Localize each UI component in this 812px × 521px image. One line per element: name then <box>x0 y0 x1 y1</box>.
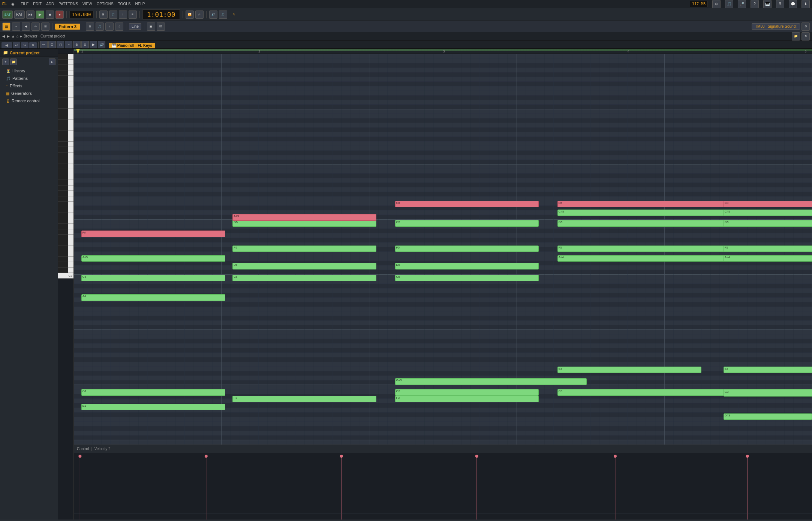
pattern-sel-btn[interactable]: ⊡ <box>41 22 49 31</box>
piano-key-F#4[interactable] <box>58 202 68 207</box>
swing-btn[interactable]: ↕ <box>119 10 127 19</box>
note-g19[interactable]: F5 <box>557 246 749 252</box>
snap-btn[interactable]: ⊞ <box>99 10 108 19</box>
sidebar-item-remote-control[interactable]: 🎛 Remote control <box>0 97 58 105</box>
note-g20[interactable]: G5 <box>557 220 749 227</box>
piano-key-C#6[interactable] <box>58 158 68 164</box>
pr-tool-volume[interactable]: 🔊 <box>98 41 105 48</box>
piano-key-D#8[interactable] <box>58 98 68 103</box>
note-g16[interactable]: F3 <box>395 396 539 403</box>
piano-key-C#2[interactable] <box>58 268 68 273</box>
note-p2[interactable]: A#9 <box>232 214 376 221</box>
note-g24[interactable]: D#3 <box>724 413 812 420</box>
chat-btn[interactable]: 💬 <box>789 0 797 8</box>
note-g17[interactable]: G#3 <box>395 378 587 385</box>
sidebar-item-patterns[interactable]: 🎵 Patterns <box>0 75 58 82</box>
piano-key-C#9[interactable] <box>58 76 68 81</box>
add-folder-btn[interactable]: 📁 <box>792 32 800 40</box>
pr-tool-detuning[interactable]: ⌁ <box>65 41 72 48</box>
pr-tool-erase[interactable]: ◻ <box>57 41 64 48</box>
note-g11[interactable]: F5 <box>395 246 539 252</box>
note-g31[interactable]: G3 <box>724 390 812 397</box>
piano-key-D#6[interactable] <box>58 153 68 158</box>
help-btn[interactable]: ? <box>751 0 759 8</box>
prev-btn[interactable]: ⏮ <box>26 10 34 19</box>
piano-key-C#5[interactable] <box>58 186 68 191</box>
piano-key-D#9[interactable] <box>58 70 68 76</box>
chord-btn[interactable]: ♪ <box>105 22 114 31</box>
shuffle-btn[interactable]: ⇌ <box>195 10 204 19</box>
notes-grid[interactable]: E1G1C5A#5A4D5G5F5C5F3F5G5C5D5G3F3G#3C#5F… <box>74 54 812 445</box>
piano-key-A#4[interactable] <box>58 191 68 196</box>
pattern-name[interactable]: Pattern 3 <box>55 24 80 30</box>
note-g21[interactable]: A#4 <box>557 255 749 262</box>
control-lane-content[interactable] <box>74 453 812 520</box>
note-g14[interactable]: D5 <box>395 263 539 269</box>
pr-back-btn[interactable]: ◀ <box>1 42 12 48</box>
metronome-btn[interactable]: 🎵 <box>725 0 733 8</box>
menu-item-patterns[interactable]: PATTERNS <box>58 2 78 6</box>
pr-tool-play[interactable]: ▶ <box>90 41 97 48</box>
scale-btn[interactable]: ♫ <box>115 22 123 31</box>
piano-key-G#5[interactable] <box>58 169 68 175</box>
note-g3[interactable]: C5 <box>81 275 225 281</box>
sidebar-item-history[interactable]: ⏳ History <box>0 67 58 75</box>
pr-tool-zoom-in[interactable]: ⊕ <box>73 41 81 48</box>
note-p1[interactable]: F# <box>81 231 225 237</box>
piano-key-G#8[interactable] <box>58 87 68 93</box>
menu-item-options[interactable]: OPTIONS <box>97 2 114 6</box>
song-mode-btn[interactable]: SAT <box>2 10 13 19</box>
play-btn[interactable]: ▶ <box>36 10 44 19</box>
piano-key-C2[interactable]: C2 <box>58 273 73 278</box>
back-btn[interactable]: ◀ <box>2 34 5 38</box>
piano-btn[interactable]: 🎹 <box>763 0 772 8</box>
note-g4[interactable]: A#5 <box>81 255 225 262</box>
menu-item-help[interactable]: HELP <box>135 2 145 6</box>
note-g27[interactable]: G5 <box>724 220 812 227</box>
note-group-btn[interactable]: 🎵 <box>96 22 104 31</box>
pitch-btn[interactable]: 🎵 <box>219 10 227 19</box>
refresh-btn[interactable]: ↻ <box>802 32 810 40</box>
time-sig-btn[interactable]: 🎵 <box>109 10 117 19</box>
line-mode-select[interactable]: Line <box>129 23 141 30</box>
piano-key-D#4[interactable] <box>58 207 68 213</box>
note-g25[interactable]: C#5 <box>724 210 812 216</box>
sidebar-item-effects[interactable]: ↑ Effects <box>0 82 58 90</box>
pr-tool-zoom-out[interactable]: ⊖ <box>81 41 89 48</box>
channel-rack-btn[interactable]: ▦ <box>2 22 10 31</box>
piano-roll-tab[interactable]: 🎹 Piano roll - FL Keys <box>109 43 155 48</box>
piano-key-G#4[interactable] <box>58 196 68 202</box>
menu-item-edit[interactable]: EDIT <box>33 2 42 6</box>
piano-key-D#2[interactable] <box>58 262 68 268</box>
note-p3[interactable]: C8 <box>395 201 539 208</box>
record-btn[interactable]: ● <box>55 10 64 19</box>
piano-key-G#3[interactable] <box>58 224 68 229</box>
piano-key-F#8[interactable] <box>58 92 68 98</box>
mixer-btn[interactable]: 🎚 <box>776 0 784 8</box>
piano-key-F#3[interactable] <box>58 229 68 235</box>
forward-btn[interactable]: ▶ <box>7 34 10 38</box>
step-btn[interactable]: ≡ <box>129 10 137 19</box>
piano-key-F#7[interactable] <box>58 120 68 125</box>
note-g28[interactable]: A#4 <box>724 255 812 262</box>
stop-btn[interactable]: ■ <box>46 10 54 19</box>
note-g12[interactable]: G5 <box>395 220 539 227</box>
note-g10[interactable]: F3 <box>232 396 376 403</box>
record-to-score-btn[interactable]: 🎤 <box>738 0 746 8</box>
note-g22[interactable]: C3 <box>557 389 749 396</box>
note-g7[interactable]: G5 <box>232 220 376 227</box>
piano-key-C#3[interactable] <box>58 240 68 246</box>
stamp-btn[interactable]: ▣ <box>147 22 155 31</box>
note-g26[interactable]: F5 <box>724 246 812 252</box>
loop-btn[interactable]: 🔁 <box>186 10 194 19</box>
home-btn[interactable]: ⌂ <box>16 34 19 38</box>
piano-key-G#9[interactable] <box>58 60 68 65</box>
plugin-settings-btn[interactable]: ⚙ <box>802 22 810 31</box>
note-g23[interactable]: E3 <box>557 367 701 373</box>
grid-btn[interactable]: ⊞ <box>86 22 94 31</box>
note-g2[interactable]: G1 <box>81 389 225 396</box>
up-btn[interactable]: ▲ <box>11 34 15 38</box>
note-g9[interactable]: C5 <box>232 275 376 281</box>
pr-tool-draw[interactable]: ✏ <box>40 41 48 48</box>
piano-key-G#2[interactable] <box>58 251 68 257</box>
